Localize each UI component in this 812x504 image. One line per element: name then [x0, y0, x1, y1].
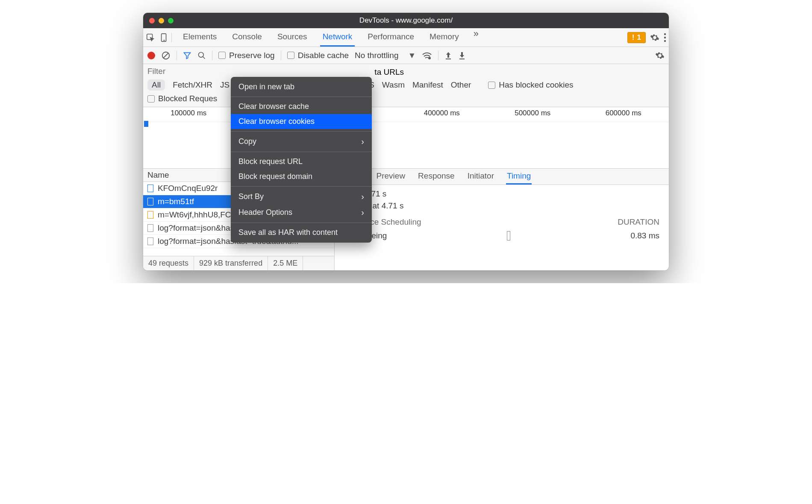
svg-point-10 [428, 57, 431, 59]
ctx-open-new-tab[interactable]: Open in new tab [231, 79, 372, 94]
has-blocked-cookies[interactable]: Has blocked cookies [488, 80, 573, 90]
blocked-requests[interactable]: Blocked Reques [147, 94, 217, 103]
has-blocked-cookies-checkbox[interactable] [488, 82, 495, 89]
svg-line-9 [203, 56, 205, 59]
network-conditions-icon[interactable] [422, 51, 432, 60]
tick: 600000 ms [606, 109, 641, 117]
tab-elements[interactable]: Elements [180, 28, 219, 47]
detail-tab-timing[interactable]: Timing [506, 169, 532, 185]
ctx-separator [231, 152, 372, 152]
ctx-separator [231, 97, 372, 97]
detail-tab-initiator[interactable]: Initiator [467, 169, 495, 185]
search-icon[interactable] [197, 51, 206, 60]
status-bar: 49 requests 929 kB transferred 2.5 ME [143, 256, 334, 270]
ctx-block-domain[interactable]: Block request domain [231, 169, 372, 184]
disable-cache-checkbox[interactable] [287, 52, 294, 59]
throttling-select[interactable]: No throttling ▼ [355, 51, 416, 60]
ctx-save-har[interactable]: Save all as HAR with content [231, 225, 372, 240]
filter-input[interactable]: Filter [147, 66, 406, 77]
upload-icon[interactable] [444, 51, 452, 60]
ctx-clear-cache[interactable]: Clear browser cache [231, 99, 372, 114]
clear-icon[interactable] [161, 51, 171, 60]
ctx-separator [231, 186, 372, 187]
window-title: DevTools - www.google.com/ [143, 16, 669, 25]
type-filter-all[interactable]: All [147, 79, 165, 91]
status-resources: 2.5 ME [268, 256, 303, 270]
download-icon[interactable] [458, 51, 466, 60]
filter-area: Filter ta URLs All Fetch/XHR JS WS Wasm … [143, 64, 669, 107]
devtools-window: DevTools - www.google.com/ Elements Cons… [143, 13, 669, 270]
ctx-block-url[interactable]: Block request URL [231, 154, 372, 169]
hide-data-urls-partial[interactable]: ta URLs [374, 67, 404, 77]
type-filter-fetchxhr[interactable]: Fetch/XHR [173, 80, 212, 90]
record-button[interactable] [147, 52, 155, 59]
tab-sources[interactable]: Sources [275, 28, 310, 47]
chevron-down-icon: ▼ [408, 51, 416, 60]
file-icon [147, 211, 153, 219]
tab-network[interactable]: Network [320, 28, 355, 47]
svg-rect-12 [459, 59, 465, 59]
timeline-ticks: 100000 ms 400000 ms 500000 ms 600000 ms [143, 107, 669, 122]
status-transferred: 929 kB transferred [194, 256, 268, 270]
ctx-header-options[interactable]: Header Options› [231, 205, 372, 220]
svg-point-8 [199, 52, 204, 57]
content: Name KFOmCnqEu92r m=bm51tf m=Wt6vjf,hhhU… [143, 169, 669, 270]
file-icon [147, 224, 153, 232]
tab-console[interactable]: Console [229, 28, 265, 47]
type-filter-other[interactable]: Other [451, 80, 471, 90]
duration-label: DURATION [618, 217, 659, 227]
issues-badge[interactable]: ! 1 [627, 32, 646, 43]
warning-icon: ! [632, 33, 635, 42]
disable-cache[interactable]: Disable cache [287, 51, 349, 60]
devtools-tabs-bar: Elements Console Sources Network Perform… [143, 28, 669, 47]
preserve-log-checkbox[interactable] [218, 52, 226, 59]
svg-line-7 [164, 53, 168, 58]
issues-count: 1 [637, 33, 641, 42]
has-blocked-cookies-label: Has blocked cookies [499, 80, 573, 90]
ctx-sort-by[interactable]: Sort By› [231, 189, 372, 205]
started-at: Started at 4.71 s [344, 201, 659, 211]
network-toolbar: Preserve log Disable cache No throttling… [143, 47, 669, 64]
chevron-right-icon: › [361, 208, 364, 217]
file-icon [147, 198, 153, 205]
timeline-overview[interactable]: 100000 ms 400000 ms 500000 ms 600000 ms [143, 107, 669, 169]
request-name: m=bm51tf [158, 197, 194, 206]
chevron-right-icon: › [361, 192, 364, 202]
chevron-right-icon: › [361, 137, 364, 147]
tick: 500000 ms [515, 109, 550, 117]
ctx-clear-cookies[interactable]: Clear browser cookies [231, 114, 372, 129]
type-filter-row: All Fetch/XHR JS WS Wasm Manifest Other … [147, 79, 665, 91]
tab-memory[interactable]: Memory [427, 28, 462, 47]
detail-tab-preview[interactable]: Preview [376, 169, 406, 185]
more-menu-icon[interactable] [664, 33, 666, 42]
network-settings-icon[interactable] [655, 51, 665, 60]
svg-rect-11 [446, 59, 451, 59]
tick: 400000 ms [424, 109, 460, 117]
svg-point-5 [664, 40, 666, 41]
tab-performance[interactable]: Performance [365, 28, 417, 47]
tick: 100000 ms [171, 109, 206, 117]
filter-icon[interactable] [183, 51, 191, 60]
queueing-duration: 0.83 ms [630, 231, 659, 240]
more-tabs[interactable]: » [472, 28, 480, 47]
type-filter-wasm[interactable]: Wasm [382, 80, 405, 90]
type-filter-manifest[interactable]: Manifest [412, 80, 443, 90]
ctx-separator [231, 131, 372, 132]
panel-tabs: Elements Console Sources Network Perform… [180, 28, 625, 47]
ctx-copy[interactable]: Copy› [231, 134, 372, 149]
ctx-separator [231, 223, 372, 223]
settings-icon[interactable] [650, 33, 659, 42]
preserve-log-label: Preserve log [229, 51, 275, 60]
device-mode-icon[interactable] [159, 33, 169, 42]
detail-pane: aders Preview Response Initiator Timing … [335, 169, 669, 270]
preserve-log[interactable]: Preserve log [218, 51, 275, 60]
blocked-requests-checkbox[interactable] [147, 95, 155, 103]
detail-tab-response[interactable]: Response [417, 169, 456, 185]
queueing-bar [507, 231, 510, 240]
inspect-element-icon[interactable] [146, 33, 155, 42]
request-name: KFOmCnqEu92r [158, 184, 218, 193]
svg-point-3 [664, 33, 666, 35]
timeline-selection-marker[interactable] [144, 121, 148, 127]
detail-tabs: aders Preview Response Initiator Timing [335, 169, 669, 185]
type-filter-js[interactable]: JS [220, 80, 229, 90]
